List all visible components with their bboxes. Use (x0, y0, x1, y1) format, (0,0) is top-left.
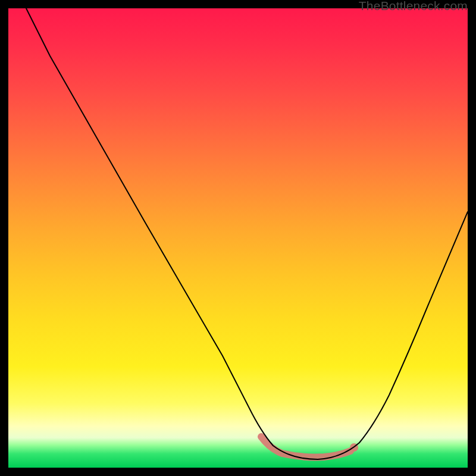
bottleneck-curve (26, 8, 468, 459)
chart-frame (8, 8, 468, 468)
chart-svg-layer (8, 8, 468, 468)
watermark-text: TheBottleneck.com (359, 0, 468, 13)
